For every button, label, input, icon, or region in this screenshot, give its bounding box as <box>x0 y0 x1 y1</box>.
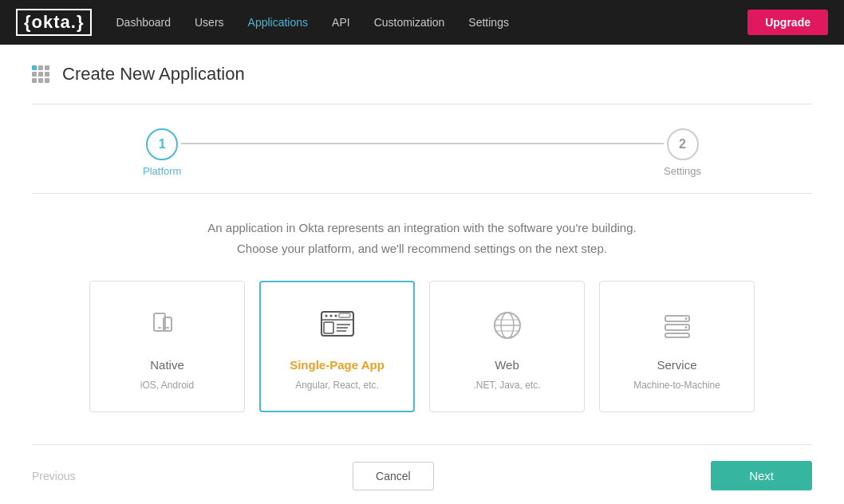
svg-point-22 <box>684 317 687 320</box>
description: An application in Okta represents an int… <box>32 218 812 258</box>
service-name: Service <box>657 358 696 372</box>
spa-icon <box>317 305 357 350</box>
platform-card-web[interactable]: Web .NET, Java, etc. <box>429 281 585 412</box>
page-title: Create New Application <box>62 64 245 85</box>
svg-rect-10 <box>324 322 333 333</box>
svg-rect-21 <box>665 333 689 337</box>
okta-logo: {okta.} <box>16 9 92 36</box>
footer-divider <box>32 444 812 445</box>
step-2: 2 Settings <box>664 128 701 177</box>
native-desc: iOS, Android <box>140 380 194 391</box>
step-2-circle: 2 <box>667 128 699 160</box>
service-icon <box>657 305 697 350</box>
step-1-circle: 1 <box>146 128 178 160</box>
platform-card-service[interactable]: Service Machine-to-Machine <box>599 281 755 412</box>
service-desc: Machine-to-Machine <box>633 380 720 391</box>
main-content: Create New Application 1 Platform 2 Sett… <box>0 45 844 504</box>
page-title-row: Create New Application <box>32 64 812 85</box>
description-line2: Choose your platform, and we'll recommen… <box>32 238 812 259</box>
step-1: 1 Platform <box>143 128 181 177</box>
platform-card-native[interactable]: Native iOS, Android <box>89 281 245 412</box>
stepper-section: 1 Platform 2 Settings <box>32 104 812 194</box>
native-icon <box>148 305 187 350</box>
svg-point-6 <box>325 315 327 317</box>
description-line1: An application in Okta represents an int… <box>32 218 812 238</box>
svg-point-7 <box>329 315 332 317</box>
previous-button: Previous <box>32 463 75 489</box>
top-nav: {okta.} Dashboard Users Applications API… <box>0 0 844 45</box>
nav-customization[interactable]: Customization <box>374 16 445 29</box>
spa-name: Single-Page App <box>290 358 385 372</box>
web-icon <box>487 305 527 350</box>
cancel-button[interactable]: Cancel <box>353 462 434 490</box>
step-connector <box>181 143 664 144</box>
footer-actions: Previous Cancel Next <box>32 461 812 490</box>
svg-rect-9 <box>339 313 350 317</box>
spa-desc: Angular, React, etc. <box>295 380 379 391</box>
nav-api[interactable]: API <box>332 16 350 29</box>
nav-users[interactable]: Users <box>195 16 224 29</box>
step-2-label: Settings <box>664 165 701 177</box>
nav-dashboard[interactable]: Dashboard <box>116 16 171 29</box>
step-1-label: Platform <box>143 165 181 177</box>
upgrade-button[interactable]: Upgrade <box>747 10 828 35</box>
grid-icon <box>32 65 49 83</box>
platform-cards: Native iOS, Android <box>32 281 812 412</box>
nav-links: Dashboard Users Applications API Customi… <box>116 16 747 29</box>
svg-point-23 <box>684 326 687 329</box>
svg-point-8 <box>334 315 337 317</box>
next-button[interactable]: Next <box>711 461 812 490</box>
nav-settings[interactable]: Settings <box>468 16 509 29</box>
platform-card-spa[interactable]: Single-Page App Angular, React, etc. <box>259 281 415 412</box>
web-name: Web <box>495 358 519 372</box>
nav-applications[interactable]: Applications <box>248 16 309 29</box>
web-desc: .NET, Java, etc. <box>473 380 540 391</box>
native-name: Native <box>150 358 184 372</box>
stepper: 1 Platform 2 Settings <box>143 128 701 177</box>
